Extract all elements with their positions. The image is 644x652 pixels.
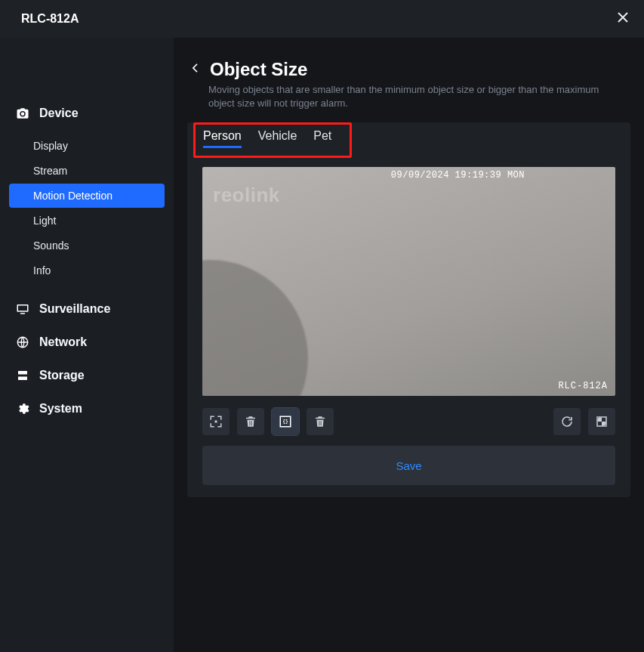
page-title-row: Object Size <box>187 57 630 80</box>
back-button[interactable] <box>187 60 202 79</box>
sidebar-item-stream[interactable]: Stream <box>9 159 165 183</box>
save-label: Save <box>396 459 421 472</box>
fullscreen-icon <box>595 415 609 428</box>
object-size-panel: Person Vehicle Pet reolink 09/09/2024 19… <box>187 122 630 497</box>
main-content: Object Size Moving objects that are smal… <box>174 38 644 652</box>
sidebar: Device Display Stream Motion Detection L… <box>0 38 174 652</box>
refresh-icon <box>560 415 574 428</box>
sidebar-cat-label: Surveillance <box>39 302 110 316</box>
tab-person[interactable]: Person <box>203 129 242 148</box>
camera-icon <box>15 106 30 121</box>
osd-timestamp: 09/09/2024 19:19:39 MON <box>391 170 525 181</box>
page-description: Moving objects that are smaller than the… <box>187 80 610 110</box>
refresh-button[interactable] <box>553 408 581 435</box>
max-size-tool-button[interactable] <box>272 408 299 435</box>
save-button[interactable]: Save <box>202 446 615 485</box>
monitor-icon <box>15 301 30 317</box>
storage-icon <box>15 368 30 383</box>
watermark-logo: reolink <box>213 184 280 207</box>
min-size-tool-button[interactable] <box>202 408 230 435</box>
sidebar-cat-label: Network <box>39 335 87 349</box>
titlebar: RLC-812A <box>0 0 644 38</box>
sidebar-cat-surveillance[interactable]: Surveillance <box>9 292 165 326</box>
window-title: RLC-812A <box>21 12 79 26</box>
delete-min-button[interactable] <box>237 408 264 435</box>
tabs-highlight-box: Person Vehicle Pet <box>193 122 352 158</box>
trash-icon <box>313 415 327 428</box>
delete-max-button[interactable] <box>307 408 334 435</box>
sidebar-item-info[interactable]: Info <box>9 258 165 283</box>
toolbar-right-group <box>553 408 615 435</box>
tab-vehicle[interactable]: Vehicle <box>258 129 297 148</box>
object-type-tabs: Person Vehicle Pet <box>203 129 342 148</box>
sidebar-item-sounds[interactable]: Sounds <box>9 233 165 258</box>
camera-preview[interactable]: reolink 09/09/2024 19:19:39 MON RLC-812A <box>202 167 615 396</box>
sidebar-item-display[interactable]: Display <box>9 134 165 158</box>
sidebar-cat-label: Device <box>39 107 79 120</box>
globe-icon <box>15 335 30 350</box>
svg-rect-2 <box>280 417 291 428</box>
close-button[interactable] <box>615 10 630 28</box>
svg-rect-1 <box>215 421 217 423</box>
close-icon <box>615 10 630 25</box>
sidebar-cat-storage[interactable]: Storage <box>9 359 165 392</box>
preview-toolbar <box>187 396 630 441</box>
max-size-icon <box>279 415 292 428</box>
osd-camera-name: RLC-812A <box>558 381 608 391</box>
sidebar-cat-network[interactable]: Network <box>9 326 165 359</box>
gear-icon <box>15 401 30 416</box>
min-size-icon <box>209 415 223 428</box>
sidebar-cat-device[interactable]: Device <box>9 97 165 130</box>
sidebar-item-light[interactable]: Light <box>9 209 165 233</box>
fullscreen-button[interactable] <box>588 408 615 435</box>
page-head: Object Size Moving objects that are smal… <box>187 57 630 119</box>
window-body: Device Display Stream Motion Detection L… <box>0 38 644 652</box>
sidebar-sub-list-device: Display Stream Motion Detection Light So… <box>9 130 165 292</box>
trash-icon <box>244 415 257 428</box>
sidebar-cat-label: System <box>39 402 82 416</box>
settings-window: RLC-812A Device Display Stream Motion De… <box>0 0 644 652</box>
chevron-left-icon <box>187 60 202 76</box>
sidebar-item-motion-detection[interactable]: Motion Detection <box>9 184 165 208</box>
sidebar-cat-system[interactable]: System <box>9 392 165 425</box>
toolbar-left-group <box>202 408 334 435</box>
sidebar-cat-label: Storage <box>39 369 85 382</box>
tab-pet[interactable]: Pet <box>313 129 331 148</box>
svg-rect-3 <box>284 420 288 424</box>
page-title: Object Size <box>210 59 307 80</box>
